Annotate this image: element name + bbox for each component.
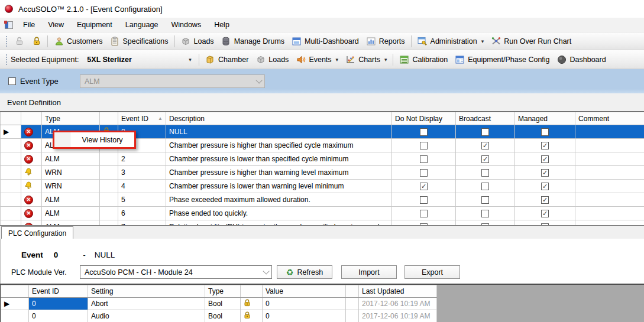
checkbox[interactable]: ✓ [541,183,549,190]
plc-row[interactable]: 0AudioBool02017-12-06 10:19 AM [1,310,437,322]
managed-cell[interactable] [515,125,575,139]
tab-plc-configuration[interactable]: PLC Configuration [1,226,73,239]
dashboard-button[interactable]: Dashboard [554,53,610,66]
broadcast-cell[interactable] [456,180,515,193]
checkbox[interactable] [481,169,489,177]
row-selector-cell[interactable] [1,139,21,152]
checkbox[interactable] [420,142,428,149]
event-row[interactable]: ✕ALM7Relative humidity (RH) is greater t… [1,220,644,226]
do-not-display-cell[interactable] [392,125,456,139]
lock-button[interactable] [28,34,45,48]
col-type[interactable]: Type [205,285,241,298]
event-row[interactable]: WRN3Chamber pressure is higher than warn… [1,166,644,180]
col-event-id[interactable]: Event ID [29,285,88,298]
event-id-cell[interactable]: 4 [118,180,166,193]
refresh-button[interactable]: ♻ Refresh [277,265,332,279]
type-cell[interactable]: Bool [205,298,241,310]
col-value[interactable]: Value [263,285,346,298]
value-cell[interactable]: 0 [263,310,346,322]
col-managed[interactable]: Managed [515,112,575,125]
checkbox[interactable]: ✓ [541,142,549,149]
checkbox[interactable] [420,155,428,163]
type-cell[interactable]: ALM [42,152,100,166]
manage-drums-button[interactable]: Manage Drums [218,34,288,48]
menu-equipment[interactable]: Equipment [70,18,119,31]
description-cell[interactable]: Relative humidity (RH) is greater than c… [166,220,392,226]
checkbox[interactable] [481,183,489,190]
event-id-cell[interactable]: 5 [118,193,166,207]
checkbox[interactable]: ✓ [481,155,489,163]
checkbox[interactable] [481,128,489,136]
broadcast-cell[interactable] [456,220,515,226]
managed-cell[interactable]: ✓ [515,139,575,152]
col-event-id[interactable]: Event ID ▲ [118,112,166,125]
loads-button[interactable]: Loads [177,34,218,48]
setting-cell[interactable]: Audio [88,310,205,322]
comment-cell[interactable] [575,139,644,152]
col-comment[interactable]: Comment [575,112,644,125]
checkbox[interactable] [420,196,428,204]
customers-button[interactable]: Customers [50,34,106,48]
setting-cell[interactable]: Abort [88,298,205,310]
event-id-cell[interactable]: 6 [118,207,166,220]
view-history-menu-item[interactable]: View History [70,132,134,147]
do-not-display-cell[interactable] [392,220,456,226]
description-cell[interactable]: Chamber pressure is lower than specified… [166,152,392,166]
menu-file[interactable]: File [17,18,41,31]
comment-cell[interactable] [575,166,644,180]
comment-cell[interactable] [575,180,644,193]
specifications-button[interactable]: Specifications [106,34,171,48]
type-cell[interactable]: ALM [42,193,100,207]
checkbox[interactable] [481,210,489,217]
equipment-dropdown-arrow[interactable]: ▾ [189,57,192,63]
broadcast-cell[interactable] [456,125,515,139]
row-selector-cell[interactable] [1,180,21,193]
calibration-button[interactable]: Calibration [396,53,451,66]
toolbar-grip[interactable] [6,36,8,47]
administration-button[interactable]: Administration ▾ [414,34,488,48]
managed-cell[interactable]: ✓ [515,193,575,207]
chamber-button[interactable]: Chamber [202,53,252,66]
description-cell[interactable]: Phase ended too quickly. [166,207,392,220]
do-not-display-cell[interactable] [392,193,456,207]
event-id-cell[interactable]: 2 [118,152,166,166]
checkbox[interactable]: ✓ [541,210,549,217]
checkbox[interactable] [420,210,428,217]
plc-row[interactable]: ▶0AbortBool02017-12-06 10:19 AM [1,298,437,310]
managed-cell[interactable]: ✓ [515,180,575,193]
event-id-cell[interactable]: 7 [118,220,166,226]
do-not-display-cell[interactable]: ✓ [392,180,456,193]
event-type-checkbox[interactable] [8,77,16,85]
managed-cell[interactable]: ✓ [515,152,575,166]
broadcast-cell[interactable]: ✓ [456,152,515,166]
menu-view[interactable]: View [41,18,70,31]
event-id-cell[interactable]: 3 [118,166,166,180]
row-selector-cell[interactable] [1,220,21,226]
broadcast-cell[interactable]: ✓ [456,139,515,152]
checkbox[interactable] [420,169,428,177]
col-setting[interactable]: Setting [88,285,205,298]
event-id-cell[interactable]: 0 [29,298,88,310]
comment-cell[interactable] [575,207,644,220]
row-selector-cell[interactable] [1,310,29,322]
menu-language[interactable]: Language [119,18,165,31]
row-selector-cell[interactable]: ▶ [1,298,29,310]
description-cell[interactable]: Chamber pressure is higher than specifie… [166,139,392,152]
comment-cell[interactable] [575,125,644,139]
type-cell[interactable]: WRN [42,180,100,193]
events-button[interactable]: Events ▾ [292,53,342,66]
event-row[interactable]: ✕ALM6Phase ended too quickly.✓ [1,207,644,220]
description-cell[interactable]: NULL [166,125,392,139]
managed-cell[interactable]: ✓ [515,220,575,226]
comment-cell[interactable] [575,152,644,166]
description-cell[interactable]: Phase exceeded maximum allowed duration. [166,193,392,207]
checkbox[interactable] [541,128,549,136]
reports-button[interactable]: Reports [363,34,409,48]
type-cell[interactable]: WRN [42,166,100,180]
checkbox[interactable]: ✓ [481,142,489,149]
charts-button[interactable]: Charts ▾ [342,53,390,66]
description-cell[interactable]: Chamber pressure is higher than warning … [166,166,392,180]
menu-help[interactable]: Help [208,18,236,31]
event-row[interactable]: ✕ALM2Chamber pressure is lower than spec… [1,152,644,166]
managed-cell[interactable]: ✓ [515,207,575,220]
